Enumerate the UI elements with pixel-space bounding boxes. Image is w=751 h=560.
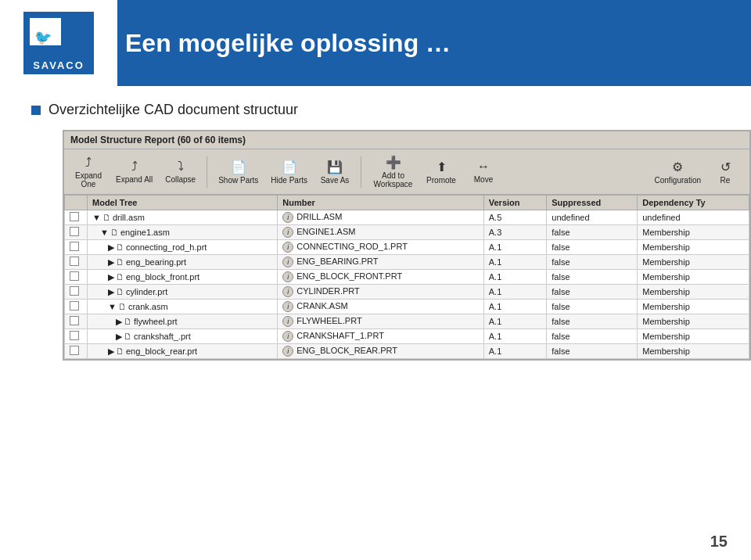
save-as-label: Save As [321, 176, 350, 185]
collapse-label: Collapse [165, 175, 196, 184]
row-checkbox[interactable] [70, 271, 79, 281]
table-row: ▼ 🗋 drill.asm iDRILL.ASM A.5 undefined u… [65, 210, 749, 225]
refresh-button[interactable]: ↺ Re [706, 157, 745, 187]
row-version: A.1 [483, 344, 547, 359]
configuration-label: Configuration [655, 176, 701, 185]
row-number: ENG_BEARING.PRT [296, 257, 378, 266]
expand-one-button[interactable]: ⤴ ExpandOne [69, 153, 108, 191]
row-checkbox[interactable] [70, 286, 79, 296]
configuration-icon: ⚙ [672, 160, 683, 174]
move-icon: ↔ [477, 160, 490, 174]
row-dependency: Membership [638, 225, 749, 240]
hide-parts-button[interactable]: 📄 Hide Parts [266, 157, 312, 187]
logo-text: SAVACO [33, 59, 84, 71]
add-workspace-button[interactable]: ➕ Add toWorkspace [368, 153, 419, 191]
row-suppressed: false [547, 255, 638, 270]
col-suppressed: Suppressed [547, 196, 638, 210]
row-number: ENG_BLOCK_FRONT.PRT [296, 271, 402, 281]
row-name: crankshaft_.prt [134, 332, 191, 341]
cad-toolbar: ⤴ ExpandOne ⤴ Expand All ⤵ Collapse 📄 Sh… [64, 149, 749, 195]
expand-all-label: Expand All [116, 175, 153, 184]
logo-bird-icon: 🐦 [34, 29, 52, 46]
toolbar-separator-2 [361, 156, 361, 188]
row-version: A.1 [483, 270, 547, 285]
row-number: ENGINE1.ASM [296, 227, 355, 236]
expand-one-icon: ⤴ [85, 156, 92, 170]
row-checkbox[interactable] [70, 227, 79, 236]
row-name: connecting_rod_h.prt [126, 242, 207, 252]
row-suppressed: false [547, 240, 638, 255]
table-row: ▶ 🗋 eng_bearing.prt iENG_BEARING.PRT A.1… [65, 255, 749, 270]
file-icon: 🗋 [102, 213, 111, 222]
row-name: cylinder.prt [126, 287, 167, 296]
save-as-icon: 💾 [327, 160, 343, 174]
row-dependency: Membership [638, 300, 749, 314]
col-number: Number [278, 196, 483, 210]
move-label: Move [474, 175, 493, 184]
row-suppressed: false [547, 270, 638, 285]
row-version: A.1 [483, 329, 547, 344]
slide-title: Een mogelijke oplossing … [125, 29, 451, 58]
row-version: A.3 [483, 225, 547, 240]
cad-titlebar: Model Structure Report (60 of 60 items) [64, 131, 749, 149]
row-suppressed: false [547, 329, 638, 344]
table-row: ▼ 🗋 crank.asm iCRANK.ASM A.1 false Membe… [65, 300, 749, 314]
save-as-button[interactable]: 💾 Save As [315, 157, 354, 187]
cad-window: Model Structure Report (60 of 60 items) … [63, 130, 751, 361]
row-checkbox[interactable] [70, 346, 79, 355]
row-suppressed: false [547, 300, 638, 314]
row-checkbox[interactable] [70, 242, 79, 251]
file-icon: 🗋 [118, 302, 127, 311]
add-workspace-label: Add toWorkspace [374, 171, 413, 188]
row-checkbox[interactable] [70, 331, 79, 340]
table-row: ▶ 🗋 connecting_rod_h.prt iCONNECTING_ROD… [65, 240, 749, 255]
file-icon: 🗋 [116, 346, 124, 356]
file-icon: 🗋 [124, 332, 132, 341]
cad-title-text: Model Structure Report (60 of 60 items) [70, 135, 246, 145]
table-row: ▶ 🗋 eng_block_front.prt iENG_BLOCK_FRONT… [65, 270, 749, 285]
configuration-button[interactable]: ⚙ Configuration [650, 157, 706, 187]
row-version: A.1 [483, 285, 547, 300]
col-dependency: Dependency Ty [638, 196, 749, 210]
table-row: ▶ 🗋 crankshaft_.prt iCRANKSHAFT_1.PRT A.… [65, 329, 749, 344]
show-parts-label: Show Parts [218, 176, 258, 185]
row-number: FLYWHEEL.PRT [296, 316, 361, 325]
row-dependency: Membership [638, 285, 749, 300]
table-row: ▶ 🗋 flywheel.prt iFLYWHEEL.PRT A.1 false… [65, 314, 749, 329]
row-checkbox[interactable] [70, 212, 79, 221]
row-dependency: undefined [638, 210, 749, 225]
collapse-button[interactable]: ⤵ Collapse [160, 157, 200, 186]
move-button[interactable]: ↔ Move [464, 157, 503, 186]
row-name: flywheel.prt [134, 317, 178, 326]
row-version: A.1 [483, 314, 547, 329]
toolbar-right-group: ⚙ Configuration ↺ Re [650, 157, 745, 187]
row-version: A.1 [483, 300, 547, 314]
collapse-icon: ⤵ [178, 160, 184, 174]
add-workspace-icon: ➕ [386, 155, 401, 170]
row-dependency: Membership [638, 344, 749, 359]
row-checkbox[interactable] [70, 301, 79, 311]
show-parts-icon: 📄 [231, 160, 246, 174]
row-number: CONNECTING_ROD_1.PRT [296, 242, 408, 251]
col-version: Version [483, 196, 547, 210]
row-name: drill.asm [113, 213, 145, 222]
row-dependency: Membership [638, 240, 749, 255]
show-parts-button[interactable]: 📄 Show Parts [214, 157, 263, 187]
file-icon: 🗋 [116, 257, 124, 267]
logo-box: 🐦 SAVACO [23, 12, 94, 74]
row-number: CRANK.ASM [296, 301, 347, 311]
expand-all-button[interactable]: ⤴ Expand All [111, 157, 157, 186]
row-number: DRILL.ASM [296, 212, 342, 221]
table-row: ▼ 🗋 engine1.asm iENGINE1.ASM A.3 false M… [65, 225, 749, 240]
row-name: eng_block_rear.prt [126, 346, 197, 356]
hide-parts-icon: 📄 [282, 160, 297, 174]
row-checkbox[interactable] [70, 316, 79, 325]
row-number: CYLINDER.PRT [296, 286, 359, 296]
file-icon: 🗋 [116, 272, 124, 282]
file-icon: 🗋 [124, 317, 132, 326]
promote-button[interactable]: ⬆ Promote [422, 157, 461, 187]
row-suppressed: false [547, 225, 638, 240]
table-row: ▶ 🗋 eng_block_rear.prt iENG_BLOCK_REAR.P… [65, 344, 749, 359]
row-number: CRANKSHAFT_1.PRT [296, 331, 384, 340]
row-checkbox[interactable] [70, 257, 79, 266]
